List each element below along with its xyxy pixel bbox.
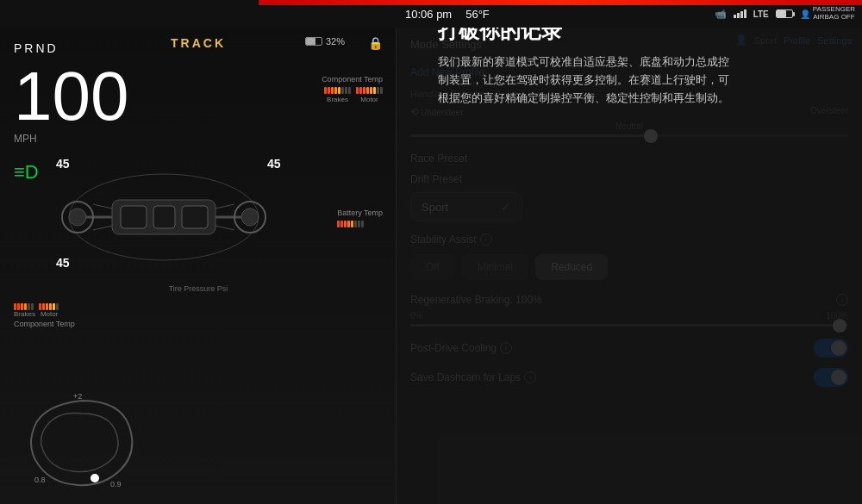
svg-point-10 [241, 208, 259, 226]
comp-temp-label: Component Temp [322, 75, 383, 84]
promo-overlay: × 打破你的记录 我们最新的赛道模式可校准自适应悬架、底盘和动力总成控制装置，让… [397, 0, 862, 504]
svg-line-11 [93, 204, 112, 208]
lock-icon: 🔒 [368, 36, 383, 50]
battery-temp-label: Battery Temp [337, 208, 383, 217]
tire-pressure-label: Tire Pressure Psi [169, 284, 228, 293]
svg-line-13 [216, 204, 234, 208]
track-map: 0.9 0.8 +2 [17, 392, 147, 495]
battery-percentage: 32% [305, 36, 345, 47]
svg-point-15 [91, 474, 99, 482]
speed-display: 100 MPH [14, 62, 128, 145]
speed-value: 100 [14, 62, 128, 131]
motor-label: Motor [360, 96, 378, 103]
left-dashboard-panel: PRND TRACK 32% 🔒 100 MPH ≡D Component Te… [0, 0, 397, 504]
component-temp-top: Component Temp Brakes [322, 75, 383, 103]
component-temp-bottom: Brakes Motor Component Temp [14, 303, 383, 328]
lte-indicator: LTE [753, 9, 769, 19]
svg-rect-2 [121, 206, 147, 228]
red-accent-bar [259, 0, 862, 5]
status-time: 10:06 pm [405, 8, 452, 21]
passenger-text: PASSENGERAIRBAG OFF [813, 6, 855, 22]
gear-indicator: PRND [14, 41, 59, 55]
camera-icon: 📹 [715, 9, 727, 20]
comp-temp-bottom-label: Component Temp [14, 320, 383, 328]
svg-text:+2: +2 [73, 392, 82, 401]
temp-bars-top: Brakes Motor [322, 87, 383, 103]
speed-unit: MPH [14, 133, 128, 145]
passenger-airbag-indicator: 👤 PASSENGERAIRBAG OFF [800, 6, 855, 22]
svg-point-8 [69, 208, 86, 226]
svg-text:0.8: 0.8 [34, 476, 46, 484]
svg-text:0.9: 0.9 [110, 480, 122, 488]
battery-temp: Battery Temp [337, 208, 383, 227]
status-temp: 56°F [465, 8, 490, 21]
drive-mode-label: TRACK [171, 36, 226, 50]
signal-bars [734, 9, 746, 18]
car-image [52, 152, 276, 282]
bottom-temp-labels: Brakes Motor [14, 310, 383, 318]
headlight-icon: ≡D [14, 161, 39, 184]
dashboard: PRND TRACK 32% 🔒 100 MPH ≡D Component Te… [0, 28, 397, 504]
brakes-label: Brakes [327, 96, 348, 103]
motor-bar-group: Motor [356, 87, 383, 103]
svg-line-14 [216, 226, 234, 230]
svg-line-12 [93, 226, 112, 230]
right-panel: 👤 Sport Profile Settings Mode Settings A… [397, 0, 862, 504]
motor-bottom-bar [39, 303, 59, 310]
svg-rect-3 [153, 206, 175, 228]
battery-indicator [776, 9, 793, 18]
promo-description: 我们最新的赛道模式可校准自适应悬架、底盘和动力总成控制装置，让您在驾驶时获得更多… [438, 53, 740, 107]
svg-rect-4 [182, 206, 208, 228]
brakes-bar-group: Brakes [324, 87, 351, 103]
brakes-bottom-bar [14, 303, 34, 310]
